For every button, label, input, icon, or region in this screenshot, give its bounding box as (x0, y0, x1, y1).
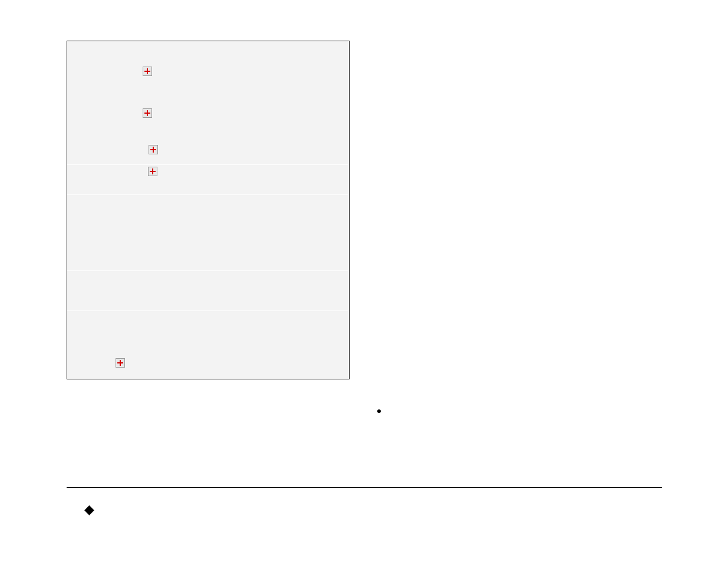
plus-icon[interactable] (116, 358, 125, 368)
row-divider (67, 194, 349, 195)
plus-icon[interactable] (149, 145, 158, 154)
plus-icon[interactable] (143, 108, 152, 118)
plus-icon[interactable] (148, 167, 157, 176)
bullet-dot-icon (377, 409, 381, 413)
horizontal-rule (67, 487, 662, 488)
row-divider (67, 310, 349, 311)
row-divider (67, 270, 349, 271)
table-container (67, 41, 350, 379)
plus-icon[interactable] (143, 67, 152, 76)
row-divider (67, 164, 349, 165)
diamond-bullet-icon: ◆ (84, 502, 94, 517)
